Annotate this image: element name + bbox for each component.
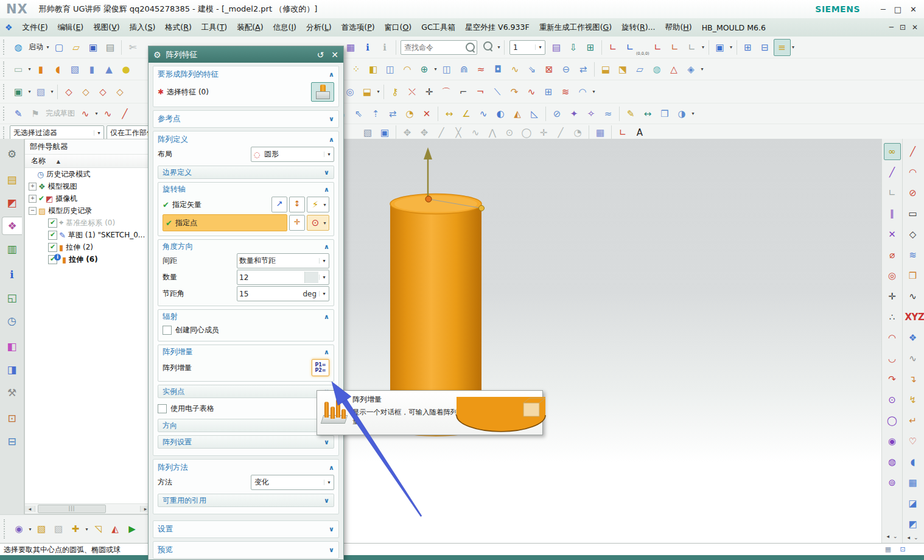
nx-start-icon-dropdown[interactable]: ▾ (45, 44, 51, 50)
count-spinner[interactable] (304, 271, 318, 283)
sync-offset-region-icon[interactable]: ⇡ (367, 105, 384, 122)
note-annotation-icon[interactable]: ✎ (622, 105, 639, 122)
pyramid-icon[interactable]: △ (665, 61, 682, 78)
sync-replace-face-icon[interactable]: ⇄ (384, 105, 401, 122)
assembly-navigator-tab[interactable]: ▤ (3, 170, 21, 189)
tree-item-history-mode[interactable]: ◷历史记录模式 (25, 168, 150, 180)
menu-item-12[interactable]: GC工具箱 (416, 21, 460, 35)
touch-mode-icon[interactable]: ℹ (359, 39, 376, 56)
vector-dialog-button[interactable]: ⚡ ▾ (307, 197, 329, 212)
menu-item-9[interactable]: 分析(L) (301, 21, 337, 35)
sync-pull-face-icon[interactable]: ⇖ (350, 105, 367, 122)
helix-icon[interactable]: ≋ (905, 247, 922, 264)
dialog-title-bar[interactable]: ⚙ 阵列特征 ↺ ✕ (149, 46, 343, 63)
pattern-method-header[interactable]: 阵列方法 ∧ (158, 461, 334, 474)
polygon-icon[interactable]: ◇ (905, 226, 922, 243)
mesh-curve-icon[interactable]: ◠ (574, 83, 591, 100)
tube-icon[interactable]: ◎ (341, 83, 359, 100)
boundary-definition-banner[interactable]: 边界定义 ∨ (158, 166, 334, 179)
mirror-feature-icon[interactable]: ◧ (365, 61, 382, 78)
draft-analysis-icon[interactable]: ◭ (509, 105, 526, 122)
polyline-3d-icon[interactable]: ∿ (905, 350, 922, 367)
window-image-tab[interactable]: ⊡ (3, 409, 21, 427)
window-list-tab[interactable]: ⊟ (3, 432, 21, 450)
surface-from-points-icon[interactable]: ❖ (905, 329, 922, 346)
circle-center-radius-icon[interactable]: ⊙ (884, 391, 901, 408)
section-analysis-icon[interactable]: ◺ (526, 105, 543, 122)
visualization-gallery-tab[interactable]: ◨ (3, 360, 21, 379)
rotation-axis-header[interactable]: 旋转轴 ∧ (163, 184, 329, 195)
delete-face-icon[interactable]: ⊠ (541, 61, 558, 78)
join-curve-icon[interactable]: ↵ (905, 412, 922, 429)
system-tools-tab[interactable]: ⚒ (3, 383, 21, 402)
wcs-dynamics-icon[interactable]: ∟ (604, 39, 621, 56)
toolbar-grip[interactable] (3, 107, 7, 121)
copy-to-layer-icon[interactable]: ⊞ (582, 39, 599, 56)
specify-vector-label[interactable]: 指定矢量 (172, 200, 270, 210)
window-maximize-button[interactable]: □ (894, 5, 901, 14)
count-dropdown[interactable]: ▾ (319, 275, 329, 280)
new-window-icon[interactable]: ⊞ (740, 39, 757, 56)
finish-sketch-flag-icon[interactable]: ⚑ (27, 105, 44, 122)
key-edit-icon[interactable]: ⚷ (387, 83, 404, 100)
ruled-sheet-icon-dropdown[interactable]: ▾ (376, 89, 381, 94)
trim-curve-icon[interactable]: ⤬ (404, 83, 421, 100)
tree-checkbox[interactable]: ✔ (48, 243, 57, 252)
internet-browser-tab[interactable]: ◱ (3, 289, 21, 307)
point-icon[interactable]: ◇ (111, 83, 128, 100)
derived-vector-icon[interactable]: ∟ (884, 184, 901, 201)
information-window-tab[interactable]: ℹ (3, 265, 21, 284)
point-set-icon[interactable]: ∴ (884, 309, 901, 326)
wcs-orient-icon[interactable]: ∟ (667, 39, 684, 56)
nx-start-icon[interactable]: ◍ (10, 39, 27, 56)
pattern-geometry-icon[interactable]: ⁘ (348, 61, 365, 78)
print-icon[interactable]: ▤ (102, 39, 119, 56)
spacing-combo[interactable]: 数量和节距 ▾ (237, 253, 329, 268)
wcs-save-icon[interactable]: ∟ (649, 39, 667, 56)
name-column-header[interactable]: 名称 ▲ (25, 155, 150, 168)
shaded-view-icon[interactable]: ❒ (656, 105, 673, 122)
sequence-play-icon[interactable]: ▶ (124, 520, 141, 537)
bounded-plane-icon[interactable]: ▱ (631, 61, 648, 78)
rectangle-icon[interactable]: ▭ (905, 205, 922, 222)
curve-analysis-icon[interactable]: ∿ (475, 105, 492, 122)
toolbar-grip[interactable] (4, 519, 7, 539)
select-feature-button[interactable] (311, 82, 334, 102)
sweep-icon[interactable]: ∿ (506, 61, 523, 78)
part-properties-icon[interactable]: ▦ (342, 39, 359, 56)
horizontal-scrollbar[interactable]: ◂ ||| ▸ (25, 503, 150, 514)
toolbar-overflow-left[interactable]: ◂ (907, 534, 910, 541)
boolean-icon-dropdown[interactable]: ▾ (433, 66, 438, 72)
face-blend-icon[interactable]: ◖ (905, 453, 922, 471)
work-layer-combo[interactable]: 1 ▾ (509, 40, 545, 55)
profile2-curve-icon[interactable]: ∿ (99, 105, 116, 122)
hd3d-tool-icon[interactable]: ◑ (673, 105, 690, 122)
menu-item-7[interactable]: 装配(A) (232, 21, 268, 35)
measure-distance-icon[interactable]: ↔ (441, 105, 458, 122)
collapse-arrow-icon[interactable]: ∧ (329, 71, 334, 79)
line-2pt-icon[interactable]: ╱ (905, 143, 922, 160)
command-search-input[interactable] (403, 43, 466, 52)
section-plane-icon[interactable]: ◩ (905, 516, 922, 533)
radiate-header[interactable]: 辐射 ∧ (163, 311, 329, 323)
tree-item-extrude-6[interactable]: ✔i▮拉伸 (6) (25, 253, 150, 265)
find-command-magnifier-icon-dropdown[interactable]: ▾ (496, 44, 502, 50)
window-minimize-button[interactable]: ─ (881, 5, 886, 14)
pattern-increment-header[interactable]: 阵列增量 ∧ (163, 346, 329, 358)
two-tangent-circles-icon[interactable]: ◎ (884, 267, 901, 284)
ripple-icon[interactable]: ≈ (472, 61, 489, 78)
sketch-line-2pt-icon[interactable]: ╱ (884, 164, 901, 181)
layout-combo[interactable]: ◌ 圆形 ▾ (251, 147, 334, 162)
thicken-icon[interactable]: ⬓ (597, 61, 614, 78)
tree-item-model-history[interactable]: −▨模型历史记录 (25, 205, 150, 217)
tree-expander[interactable]: + (29, 183, 37, 191)
bridge-curve-icon[interactable]: ↷ (506, 83, 523, 100)
toolbar-grip[interactable] (3, 84, 7, 100)
boolean-icon[interactable]: ⊕ (416, 61, 433, 78)
open-file-icon[interactable]: ▱ (68, 39, 85, 56)
add-component-icon-dropdown[interactable]: ▾ (84, 527, 89, 532)
reflect-analysis-icon[interactable]: ◐ (492, 105, 509, 122)
blend-corner-icon[interactable]: ◍ (648, 61, 665, 78)
menu-item-11[interactable]: 窗口(O) (380, 21, 417, 35)
sketch-plane-icon[interactable]: ▭ (10, 61, 27, 78)
